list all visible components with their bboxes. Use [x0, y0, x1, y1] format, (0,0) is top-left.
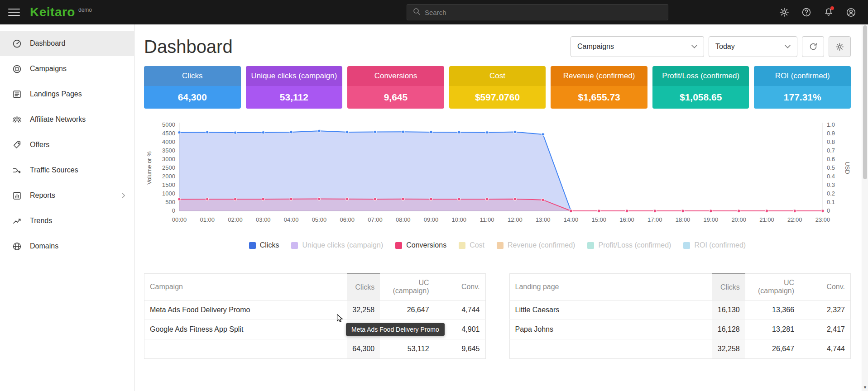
svg-text:14:00: 14:00 [564, 216, 579, 223]
notifications-bell-icon[interactable] [824, 7, 834, 17]
grouping-select-value: Campaigns [577, 43, 614, 51]
column-header-landing-page[interactable]: Landing page [509, 274, 712, 300]
table-header-row: Campaign Clicks UC (campaign) Conv. [144, 274, 486, 300]
metric-card-profit-loss[interactable]: Profit/Loss (confirmed) $1,058.65 [652, 66, 749, 109]
svg-text:3500: 3500 [162, 147, 175, 154]
svg-text:0.6: 0.6 [827, 156, 835, 162]
dashboard-settings-button[interactable] [829, 36, 851, 57]
legend-item-cost[interactable]: Cost [459, 241, 484, 249]
metric-card-conversions[interactable]: Conversions 9,645 [347, 66, 444, 109]
landing-name[interactable]: Little Caesars [509, 300, 712, 320]
account-icon[interactable] [846, 7, 856, 18]
logo[interactable]: Keitaro demo [30, 6, 92, 19]
chart-canvas: 0500100015002000250030003500400045005000… [144, 120, 851, 235]
column-header-clicks[interactable]: Clicks [712, 274, 745, 300]
metric-label: Conversions [347, 66, 444, 86]
table-row[interactable]: Little Caesars 16,130 13,366 2,327 [509, 300, 851, 320]
refresh-button[interactable] [802, 36, 824, 57]
svg-text:06:00: 06:00 [340, 216, 355, 223]
svg-text:2000: 2000 [162, 173, 175, 180]
trends-icon [12, 216, 22, 226]
svg-text:0.3: 0.3 [827, 181, 835, 188]
notification-badge [830, 6, 834, 10]
svg-text:0: 0 [172, 207, 175, 214]
column-header-uc[interactable]: UC (campaign) [745, 274, 800, 300]
sidebar-item-traffic-sources[interactable]: Traffic Sources [0, 157, 134, 183]
sidebar-item-landings[interactable]: Landings Pages [0, 81, 134, 107]
svg-text:07:00: 07:00 [368, 216, 383, 223]
sidebar-item-label: Traffic Sources [30, 166, 78, 174]
refresh-icon [809, 42, 818, 51]
campaigns-table: Campaign Clicks UC (campaign) Conv. Meta… [144, 273, 486, 359]
svg-text:0.7: 0.7 [827, 147, 835, 154]
metric-label: Profit/Loss (confirmed) [652, 66, 749, 86]
target-icon [12, 64, 22, 74]
table-row[interactable]: Papa Johns 16,128 13,281 2,417 [509, 320, 851, 339]
totals-row: 64,300 53,112 9,645 [144, 339, 486, 359]
campaign-name[interactable]: Google Ads Fitness App Split [144, 320, 347, 339]
clicks-cell: 16,128 [712, 320, 745, 339]
legend-label: Unique clicks (campaign) [302, 241, 383, 249]
svg-text:Volume or %: Volume or % [146, 151, 153, 185]
uc-cell: 13,281 [745, 320, 800, 339]
legend-label: Conversions [406, 241, 446, 249]
metric-card-cost[interactable]: Cost $597.0760 [449, 66, 546, 109]
metric-card-roi[interactable]: ROI (confirmed) 177.31% [754, 66, 851, 109]
legend-item-revenue[interactable]: Revenue (confirmed) [497, 241, 575, 249]
svg-text:04:00: 04:00 [284, 216, 299, 223]
legend-item-roi[interactable]: ROI (confirmed) [683, 241, 746, 249]
sidebar-item-dashboard[interactable]: Dashboard [0, 31, 134, 56]
column-header-conv[interactable]: Conv. [435, 274, 485, 300]
sidebar-item-reports[interactable]: Reports [0, 183, 134, 208]
scrollbar-thumb[interactable] [863, 25, 867, 179]
metric-value: $597.0760 [449, 86, 546, 109]
sidebar-item-trends[interactable]: Trends [0, 208, 134, 234]
column-header-campaign[interactable]: Campaign [144, 274, 347, 300]
metric-card-revenue[interactable]: Revenue (confirmed) $1,655.73 [551, 66, 647, 109]
metric-card-unique-clicks[interactable]: Unique clicks (campaign) 53,112 [246, 66, 343, 109]
svg-text:0.8: 0.8 [827, 138, 835, 145]
help-icon[interactable] [801, 7, 811, 17]
metric-label: Cost [449, 66, 546, 86]
legend-label: Revenue (confirmed) [508, 241, 575, 249]
legend-label: Profit/Loss (confirmed) [598, 241, 671, 249]
legend-swatch [291, 242, 298, 249]
svg-text:13:00: 13:00 [536, 216, 551, 223]
conv-cell: 2,417 [800, 320, 850, 339]
date-range-select[interactable]: Today [709, 36, 797, 57]
page-scrollbar[interactable]: ▼ [862, 24, 868, 391]
svg-text:5000: 5000 [162, 121, 175, 128]
sidebar-item-domains[interactable]: Domains [0, 234, 134, 259]
table-row[interactable]: Meta Ads Food Delivery Promo 32,258 26,6… [144, 300, 486, 320]
scroll-down-arrow[interactable]: ▼ [862, 385, 868, 390]
campaign-name[interactable]: Meta Ads Food Delivery Promo [144, 300, 347, 320]
legend-item-unique-clicks[interactable]: Unique clicks (campaign) [291, 241, 383, 249]
landing-name[interactable]: Papa Johns [509, 320, 712, 339]
svg-text:12:00: 12:00 [508, 216, 523, 223]
people-group-icon [12, 115, 22, 124]
table-header-row: Landing page Clicks UC (campaign) Conv. [509, 274, 851, 300]
chevron-right-icon [120, 192, 127, 199]
legend-item-conversions[interactable]: Conversions [395, 241, 446, 249]
grouping-select[interactable]: Campaigns [571, 36, 704, 57]
metric-card-clicks[interactable]: Clicks 64,300 [144, 66, 241, 109]
menu-button[interactable] [8, 9, 20, 16]
column-header-clicks[interactable]: Clicks [347, 274, 380, 300]
settings-gear-icon[interactable] [779, 7, 789, 17]
svg-text:01:00: 01:00 [200, 216, 215, 223]
metric-label: Revenue (confirmed) [551, 66, 647, 86]
legend-item-clicks[interactable]: Clicks [249, 241, 279, 249]
sidebar-item-label: Domains [30, 242, 58, 250]
search-input[interactable] [425, 9, 662, 16]
sidebar-item-offers[interactable]: Offers [0, 132, 134, 157]
search-box[interactable] [407, 4, 668, 20]
column-header-conv[interactable]: Conv. [800, 274, 850, 300]
column-header-uc[interactable]: UC (campaign) [380, 274, 434, 300]
sidebar-item-campaigns[interactable]: Campaigns [0, 56, 134, 81]
landings-table-card: Landing page Clicks UC (campaign) Conv. … [509, 273, 851, 359]
sidebar-item-affiliate-networks[interactable]: Affiliate Networks [0, 107, 134, 132]
legend-item-profit-loss[interactable]: Profit/Loss (confirmed) [587, 241, 671, 249]
sidebar-item-label: Affiliate Networks [30, 115, 86, 124]
svg-text:0.5: 0.5 [827, 164, 835, 171]
legend-swatch [683, 242, 690, 249]
